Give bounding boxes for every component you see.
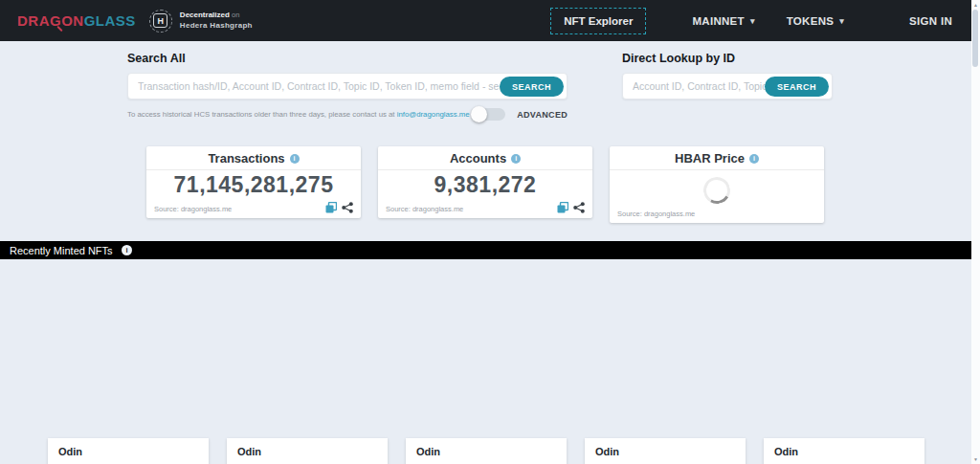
vertical-scrollbar[interactable]: ▲ ▼ — [971, 0, 980, 464]
recently-minted-nfts-bar: Recently Minted NFTs i — [0, 241, 971, 259]
accounts-card-title: Accounts — [450, 151, 506, 166]
nft-card[interactable]: Odin 0.0.10176087 #18 — [227, 438, 388, 464]
share-icon[interactable] — [573, 202, 585, 213]
advanced-label: ADVANCED — [517, 110, 568, 120]
direct-lookup-section: Direct Lookup by ID SEARCH — [622, 52, 833, 99]
nft-name: Odin — [58, 446, 198, 457]
scroll-up-icon[interactable]: ▲ — [971, 2, 980, 8]
mainnet-dropdown[interactable]: MAINNET ▾ — [692, 15, 754, 27]
transactions-card-title: Transactions — [208, 151, 284, 166]
source-label: Source: dragonglass.me — [386, 205, 463, 213]
dragonglass-logo[interactable]: DRAGONGLASS — [17, 12, 136, 29]
chevron-down-icon: ▾ — [839, 16, 844, 26]
chevron-down-icon: ▾ — [750, 16, 755, 26]
info-icon[interactable]: i — [749, 154, 759, 164]
share-icon[interactable] — [342, 202, 353, 213]
search-all-button[interactable]: SEARCH — [500, 77, 564, 97]
advanced-toggle[interactable] — [471, 108, 505, 121]
copy-icon[interactable] — [557, 202, 568, 213]
hbar-price-card-title: HBAR Price — [675, 151, 745, 166]
accounts-count: 9,381,272 — [378, 170, 592, 198]
logo-text-glass: GLASS — [84, 12, 136, 29]
mainnet-label: MAINNET — [692, 15, 745, 27]
page: DRAGONGLASS H Decentralized on Hedera Ha… — [0, 0, 980, 464]
hedera-tagline: Decentralized on Hedera Hashgraph — [180, 11, 253, 31]
search-all-input-wrap: SEARCH — [127, 73, 568, 99]
nft-card[interactable]: Odin 0.0.10176087 #17 — [406, 438, 567, 464]
hbar-price-card-footer: Source: dragonglass.me — [610, 210, 824, 223]
logo-text-dragon: DRAGON — [17, 12, 84, 29]
info-icon[interactable]: i — [511, 154, 521, 164]
hbar-price-card: HBAR Price i Source: dragonglass.me — [610, 146, 824, 223]
direct-lookup-title: Direct Lookup by ID — [622, 52, 833, 65]
accounts-card-header: Accounts i — [378, 146, 592, 169]
navbar-menu: NFT Explorer MAINNET ▾ TOKENS ▾ SIGN IN — [550, 8, 952, 34]
recently-minted-nfts-title: Recently Minted NFTs — [10, 245, 113, 256]
transactions-count: 71,145,281,275 — [146, 170, 361, 198]
nft-name: Odin — [416, 446, 556, 457]
source-label: Source: dragonglass.me — [154, 205, 232, 213]
accounts-card-footer: Source: dragonglass.me — [378, 202, 592, 218]
hcs-note-text: To access historical HCS transactions ol… — [127, 110, 397, 119]
scrollbar-thumb[interactable] — [972, 10, 978, 67]
direct-lookup-search-button[interactable]: SEARCH — [765, 77, 829, 97]
loading-spinner-icon — [701, 174, 733, 207]
tokens-dropdown[interactable]: TOKENS ▾ — [787, 15, 844, 27]
hbar-price-loading — [610, 170, 824, 210]
info-icon[interactable]: i — [122, 245, 132, 255]
search-all-title: Search All — [127, 52, 568, 65]
info-icon[interactable]: i — [290, 154, 300, 164]
nft-name: Odin — [595, 446, 735, 457]
nft-explorer-button[interactable]: NFT Explorer — [550, 8, 646, 34]
tagline-decentralized: Decentralized — [180, 11, 230, 19]
hedera-logo-icon: H — [149, 10, 172, 33]
nft-card[interactable]: Odin 0.0.10176087 #19 — [48, 438, 209, 464]
scroll-down-icon[interactable]: ▼ — [971, 456, 980, 462]
nft-card[interactable]: Odin 0.0.10176087 #16 — [585, 438, 746, 464]
hcs-note: To access historical HCS transactions ol… — [127, 110, 470, 119]
nft-card[interactable]: Odin 0.0.10176087 #15 — [764, 438, 924, 464]
direct-lookup-input-wrap: SEARCH — [622, 73, 833, 99]
hbar-price-card-header: HBAR Price i — [610, 146, 824, 169]
transactions-card-header: Transactions i — [146, 146, 361, 169]
nft-name: Odin — [237, 446, 377, 457]
source-label: Source: dragonglass.me — [617, 210, 695, 218]
tagline-hedera-hashgraph: Hedera Hashgraph — [180, 21, 253, 31]
accounts-card: Accounts i 9,381,272 Source: dragonglass… — [378, 146, 592, 218]
search-note-row: To access historical HCS transactions ol… — [127, 108, 568, 121]
tokens-label: TOKENS — [787, 15, 835, 27]
hedera-h-letter: H — [153, 13, 167, 28]
transactions-card-footer: Source: dragonglass.me — [146, 202, 361, 218]
tagline-on: on — [232, 11, 239, 19]
contact-email-link[interactable]: info@dragonglass.me — [397, 110, 470, 119]
sign-in-button[interactable]: SIGN IN — [909, 15, 952, 27]
top-navbar: DRAGONGLASS H Decentralized on Hedera Ha… — [0, 0, 971, 41]
transactions-card: Transactions i 71,145,281,275 Source: dr… — [146, 146, 361, 218]
main-content: Search All SEARCH To access historical H… — [0, 41, 971, 464]
copy-icon[interactable] — [325, 202, 337, 213]
search-all-section: Search All SEARCH To access historical H… — [127, 52, 568, 121]
nft-name: Odin — [774, 446, 914, 457]
